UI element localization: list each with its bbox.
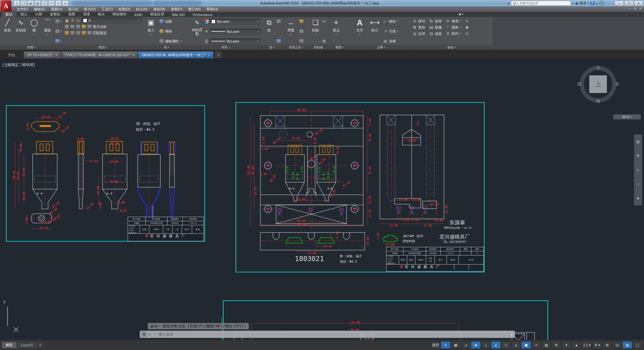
selection-cycling-icon[interactable]: ⧉ — [552, 342, 561, 348]
osnap-tracking-icon[interactable]: ∡ — [511, 342, 521, 348]
tb-scale-value: FREE — [415, 255, 426, 264]
tb-header: 模具编号 — [426, 247, 441, 251]
command-recent-icon[interactable]: ▾ — [155, 333, 156, 336]
viewcube-north-label[interactable]: 北 — [596, 65, 600, 71]
tb-company-name: 宏 兴 盛 模 具 厂 — [150, 234, 186, 238]
autoscale-icon[interactable]: ▲ — [572, 342, 581, 348]
pan-icon[interactable]: ✛ — [636, 153, 640, 158]
tb-header: 产品名称 — [403, 247, 426, 251]
tolerance-note: x ±1.0 — [387, 260, 392, 262]
left-drawing-hidden — [35, 155, 173, 189]
isometric-icon[interactable]: ⬡ — [501, 342, 511, 348]
zoom-icon[interactable]: ⌕ — [637, 167, 639, 172]
navigation-bar: ◎✛⌕◔▾ — [634, 134, 642, 205]
tb-client: 东源泰 — [128, 221, 146, 225]
graphics-performance-icon[interactable]: ◍ — [623, 342, 632, 348]
tb-header: 硬度 — [460, 247, 471, 251]
right-drawing-bluegrey — [274, 115, 435, 129]
tb-mold-no: 1803021 — [168, 221, 183, 225]
tb-header: 版本 — [471, 247, 483, 251]
tb-yes: ☑有 — [163, 225, 173, 233]
tb-standard: 标 准 — [459, 255, 483, 264]
tb-form: 一出 2 穴 — [441, 251, 460, 255]
left-drawing-dims — [15, 116, 125, 229]
ucs-icon — [8, 307, 18, 332]
tb-header: 客户名称 — [386, 247, 403, 251]
left-drawing-orange — [31, 122, 175, 154]
workspace-icon[interactable]: ⚙ ▾ — [592, 342, 602, 348]
tb-hardness — [460, 251, 471, 255]
infer-constraints-icon[interactable]: ⊿ — [461, 342, 470, 348]
tb-date-cell — [469, 265, 483, 269]
clean-screen-icon[interactable]: ▢ — [633, 342, 642, 348]
viewport-controls[interactable]: [-][俯视][二维线框] — [3, 62, 35, 68]
command-customize-icon[interactable]: ⚙ — [141, 331, 147, 337]
transparency-icon[interactable]: ▨ — [541, 342, 551, 348]
status-bar: 模型 Layout1 + 模型⌗▦⊿⊕⟂∠⬡∡▣≡▨⧉✦▲1:1 ▾⚙ ▾⊞◎◍… — [0, 340, 644, 350]
layout1-tab[interactable]: Layout1 — [17, 342, 37, 348]
snap-icon[interactable]: ▦ — [451, 342, 460, 348]
command-prompt-icon: >_ — [149, 332, 153, 336]
command-history-line: 命令: 指定对角点或 [栏选(F)/圈围(WP)/圈交(CP)]: — [148, 323, 249, 329]
ortho-icon[interactable]: ⟂ — [481, 342, 491, 348]
tb-version: A — [471, 251, 483, 255]
viewcube-ucs-menu[interactable]: WCS▾ — [613, 114, 641, 119]
navbar-more-icon[interactable]: ▾ — [637, 196, 639, 201]
command-input[interactable] — [158, 332, 508, 337]
tolerance-note: 角度±0.5° — [387, 262, 395, 265]
orbit-icon[interactable]: ◔ — [637, 182, 639, 187]
cad-geometry — [0, 0, 644, 350]
tb-header: 产品名称 — [146, 217, 168, 221]
right-drawing-white — [260, 115, 444, 250]
viewcube-east-label[interactable]: 东 — [615, 81, 619, 87]
left-drawing-white — [31, 154, 175, 223]
tb-no: □无 — [429, 260, 432, 263]
tb-material-label: 材 质 — [399, 255, 407, 264]
annotation-visibility-icon[interactable]: ✦ — [562, 342, 571, 348]
model-tab[interactable]: 模型 — [2, 342, 16, 348]
viewcube-west-label[interactable]: 西 — [577, 81, 581, 87]
viewcube[interactable]: 上 — [589, 75, 607, 93]
tb-mold-no: 1803021 — [426, 251, 441, 255]
annotation-scale[interactable]: 1:1 ▾ — [582, 342, 592, 348]
grid-icon[interactable]: ⌗ — [441, 342, 450, 348]
company-logo: 宏 — [145, 234, 149, 238]
tb-scale-label: 比例: — [407, 255, 415, 264]
tb-scale-label: 比例: — [140, 225, 149, 233]
tb-header: 客户名称 — [128, 217, 146, 221]
tb-form: 一出 2 穴 — [183, 221, 203, 225]
tb-design: 设 计 — [182, 225, 192, 233]
tb-no: □无 — [173, 225, 182, 233]
tolerance-note: x ±1.0 — [129, 229, 134, 232]
tb-yes: ☑有 — [429, 257, 432, 260]
tb-client: 东源泰 — [386, 251, 403, 255]
right-drawing-dashed — [279, 127, 434, 201]
command-bar[interactable]: ⚙ >_ ▾ ▲ — [140, 331, 515, 338]
tolerance-note: .x ±0.5 — [387, 258, 393, 260]
model-space-toggle[interactable]: 模型 — [431, 342, 440, 348]
tb-scale-value: FREE — [149, 225, 163, 233]
tb-header: 模具编号 — [168, 217, 183, 221]
status-toggles: 模型⌗▦⊿⊕⟂∠⬡∡▣≡▨⧉✦▲1:1 ▾⚙ ▾⊞◎◍▢ — [431, 342, 642, 348]
lineweight-icon[interactable]: ≡ — [531, 342, 541, 348]
isolate-objects-icon[interactable]: ◎ — [613, 342, 622, 348]
command-expand-icon[interactable]: ▲ — [510, 333, 513, 336]
autocad-logo-icon[interactable]: A — [1, 0, 11, 12]
annotation-monitor-icon[interactable]: ⊞ — [602, 342, 612, 348]
tb-date-cell — [454, 265, 469, 269]
left-title-block: 客户名称 产品名称 模具编号 模具形式 东源泰 HDMI母头外壳 1803021… — [128, 217, 204, 241]
new-layout-button[interactable]: + — [37, 342, 43, 348]
viewcube-south-label[interactable]: 南 — [596, 98, 600, 104]
right-title-block: 客户名称 产品名称 模具编号 模具形式 硬度 版本 东源泰 HDMI母头内模 1… — [386, 247, 484, 271]
tb-review: 审 核 — [192, 225, 203, 233]
tb-header: 模具形式 — [441, 247, 460, 251]
tb-product: HDMI母头外壳 — [146, 221, 168, 225]
tb-product: HDMI母头内模 — [403, 251, 426, 255]
osnap-icon[interactable]: ▣ — [521, 342, 531, 348]
navigation-wheel-icon[interactable]: ◎ — [636, 139, 640, 144]
left-drawing-centerlines — [30, 120, 172, 221]
sheet-borders — [6, 102, 548, 349]
dynamic-input-icon[interactable]: ⊕ — [471, 342, 480, 348]
polar-tracking-icon[interactable]: ∠ — [491, 342, 501, 348]
green-inserts — [286, 235, 397, 243]
